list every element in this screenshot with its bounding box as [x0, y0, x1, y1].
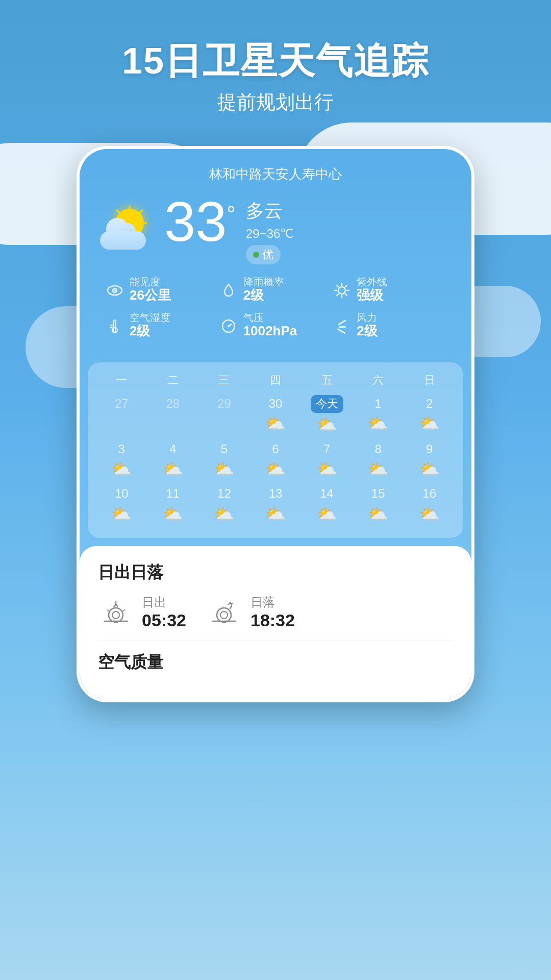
sunset-info: 日落 18:32: [251, 594, 295, 630]
current-weather: 33 ° 多云 29~36℃ 优: [100, 193, 451, 264]
air-quality-title: 空气质量: [98, 651, 453, 674]
temperature: 33: [164, 193, 227, 250]
calendar-section: 一 二 三 四 五 六 日 27 28 29 30: [88, 362, 463, 538]
cal-label-sun: 日: [404, 373, 455, 388]
weather-desc: 多云 29~36℃ 优: [246, 199, 294, 264]
cal-row-2: 3 ⛅ 4 ⛅ 5 ⛅ 6 ⛅ 7 ⛅: [96, 438, 455, 481]
cal-cell-3: 3 ⛅: [96, 438, 147, 481]
humidity-value: 2级: [130, 323, 170, 340]
cal-cell-6: 6 ⛅: [250, 438, 302, 481]
cal-row-1: 27 28 29 30 ⛅ 今天 ⛅ 1 ⛅: [96, 393, 455, 436]
detail-pressure: 气压 1002hPa: [219, 312, 333, 340]
temp-unit: °: [227, 202, 236, 227]
sunset-time: 18:32: [251, 610, 295, 630]
cal-cell-8: 8 ⛅: [353, 438, 404, 481]
visibility-label: 能见度: [130, 277, 171, 287]
phone-inner: 林和中路天安人寿中心: [80, 149, 471, 699]
wind-label: 风力: [357, 312, 377, 323]
uv-icon: [332, 281, 352, 300]
pressure-label: 气压: [243, 312, 297, 323]
temp-range: 29~36℃: [246, 227, 294, 241]
weather-details: 能见度 26公里 降雨概率 2级: [100, 277, 451, 350]
sunset-icon: [207, 594, 242, 630]
cal-cell-11: 11 ⛅: [147, 483, 199, 526]
detail-rain: 降雨概率 2级: [219, 277, 333, 304]
sunrise-icon: [98, 594, 134, 630]
svg-line-18: [337, 294, 339, 296]
detail-visibility: 能见度 26公里: [105, 277, 219, 304]
cal-cell-5: 5 ⛅: [198, 438, 250, 481]
sunset-item: 日落 18:32: [207, 594, 295, 630]
sunrise-item: 日出 05:32: [98, 594, 186, 630]
calendar-header: 一 二 三 四 五 六 日: [96, 373, 455, 388]
svg-line-17: [345, 294, 347, 296]
weather-icon-large: [100, 209, 156, 250]
sun-times: 日出 05:32: [98, 594, 453, 630]
header-subtitle: 提前规划出行: [0, 89, 551, 115]
svg-line-16: [337, 285, 339, 287]
rain-value: 2级: [243, 287, 284, 304]
air-quality-badge: 优: [246, 245, 281, 264]
weather-main: 林和中路天安人寿中心: [80, 149, 471, 362]
cal-cell-30: 30 ⛅: [250, 393, 302, 436]
detail-uv: 紫外线 强级: [332, 277, 446, 304]
pressure-value: 1002hPa: [243, 323, 297, 340]
aqi-dot: [253, 252, 259, 258]
svg-line-5: [139, 210, 142, 214]
rain-icon: [219, 281, 238, 300]
svg-point-26: [228, 325, 230, 327]
header-title: 15日卫星天气追踪: [0, 41, 551, 81]
air-quality-section: 空气质量: [98, 651, 453, 674]
cal-cell-2: 2 ⛅: [404, 393, 455, 436]
cal-cell-13: 13 ⛅: [250, 483, 302, 526]
cal-cell-14: 14 ⛅: [301, 483, 353, 526]
cal-cell-today[interactable]: 今天 ⛅: [301, 393, 353, 436]
cal-cell-29: 29: [198, 393, 250, 436]
sunrise-title: 日出日落: [98, 561, 453, 584]
svg-point-10: [114, 289, 116, 291]
phone-mockup: 林和中路天安人寿中心: [77, 146, 474, 702]
cal-label-wed: 三: [198, 373, 250, 388]
header-section: 15日卫星天气追踪 提前规划出行: [0, 0, 551, 115]
detail-wind: 风力 2级: [332, 312, 446, 340]
detail-humidity: 空气湿度 2级: [105, 312, 219, 340]
temp-info: 33 ° 多云 29~36℃ 优: [164, 193, 294, 264]
cal-cell-15: 15 ⛅: [353, 483, 404, 526]
svg-point-42: [220, 611, 228, 619]
cal-cell-12: 12 ⛅: [198, 483, 250, 526]
uv-value: 强级: [357, 287, 387, 304]
cal-row-3: 10 ⛅ 11 ⛅ 12 ⛅ 13 ⛅ 14 ⛅: [96, 483, 455, 526]
cal-cell-27: 27: [96, 393, 147, 436]
visibility-icon: [105, 281, 124, 300]
svg-line-4: [117, 210, 120, 214]
visibility-value: 26公里: [130, 287, 171, 304]
sunset-label: 日落: [251, 594, 295, 610]
svg-rect-29: [337, 328, 346, 334]
humidity-icon: [105, 316, 124, 336]
location-text: 林和中路天安人寿中心: [100, 165, 451, 183]
wind-icon: [332, 316, 352, 336]
humidity-label: 空气湿度: [130, 312, 170, 323]
aqi-text: 优: [262, 247, 273, 262]
svg-rect-27: [338, 320, 346, 326]
cal-cell-28: 28: [147, 393, 199, 436]
svg-rect-20: [114, 320, 116, 332]
svg-point-36: [112, 611, 119, 619]
description: 多云: [246, 199, 294, 224]
cal-label-mon: 一: [96, 373, 147, 388]
cal-cell-1: 1 ⛅: [353, 393, 404, 436]
bottom-cards: 日出日落: [80, 546, 471, 699]
cal-label-tue: 二: [147, 373, 199, 388]
uv-label: 紫外线: [357, 277, 387, 287]
cal-label-fri: 五: [301, 373, 353, 388]
sunrise-label: 日出: [142, 594, 186, 610]
svg-rect-28: [339, 326, 346, 328]
svg-line-19: [345, 285, 347, 287]
rain-label: 降雨概率: [243, 277, 284, 287]
wind-value: 2级: [357, 323, 377, 340]
cal-cell-9: 9 ⛅: [404, 438, 455, 481]
cloud-overlay: [100, 224, 146, 250]
cal-cell-16: 16 ⛅: [404, 483, 455, 526]
svg-line-37: [107, 610, 109, 611]
cal-label-sat: 六: [353, 373, 404, 388]
